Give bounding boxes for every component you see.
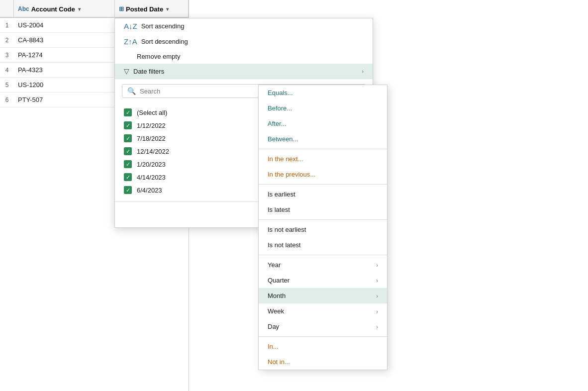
submenu-is-not-earliest[interactable]: Is not earliest xyxy=(259,222,387,237)
between-label: Between... xyxy=(268,135,298,143)
checkbox-icon-5: ✓ xyxy=(124,173,132,181)
is-latest-label: Is latest xyxy=(268,206,290,213)
cell-account: PA-4323 xyxy=(14,66,109,74)
day-label: Day xyxy=(268,323,279,330)
year-arrow: › xyxy=(376,262,378,268)
col-header-account-code[interactable]: Abc Account Code ▾ xyxy=(14,0,115,18)
remove-empty-label: Remove empty xyxy=(137,53,180,60)
grid-icon: ⊞ xyxy=(119,5,124,12)
cell-account: CA-8843 xyxy=(14,36,109,44)
submenu-separator-1 xyxy=(259,149,387,149)
table-header: Abc Account Code ▾ ⊞ Posted Date ▾ xyxy=(0,0,189,18)
is-not-latest-label: Is not latest xyxy=(268,241,300,249)
submenu-separator-5 xyxy=(259,336,387,337)
checkbox-label-select-all: (Select all) xyxy=(137,109,167,116)
row-num: 4 xyxy=(0,67,14,74)
row-num: 2 xyxy=(0,37,14,44)
year-label: Year xyxy=(268,261,281,269)
checkbox-icon-4: ✓ xyxy=(124,160,132,168)
after-label: After... xyxy=(268,120,287,127)
submenu-separator-4 xyxy=(259,255,387,255)
is-earliest-label: Is earliest xyxy=(268,191,295,198)
checkbox-icon-6: ✓ xyxy=(124,186,132,194)
date-filters-submenu: Equals... Before... After... Between... … xyxy=(258,85,388,370)
checkbox-label-5: 4/14/2023 xyxy=(137,174,166,181)
checkbox-icon-3: ✓ xyxy=(124,147,132,155)
quarter-label: Quarter xyxy=(268,277,290,284)
cell-account: PTY-507 xyxy=(14,96,109,103)
submenu-separator-2 xyxy=(259,184,387,185)
day-arrow: › xyxy=(376,324,378,330)
submenu-between[interactable]: Between... xyxy=(259,131,387,147)
month-label: Month xyxy=(268,292,286,299)
account-code-label: Account Code xyxy=(31,5,75,13)
week-arrow: › xyxy=(376,308,378,314)
posted-date-dropdown[interactable]: ▾ xyxy=(166,6,169,12)
in-prev-label: In the previous... xyxy=(268,171,315,178)
week-label: Week xyxy=(268,307,284,315)
row-num: 3 xyxy=(0,52,14,59)
submenu-week[interactable]: Week › xyxy=(259,303,387,319)
checkbox-icon-1: ✓ xyxy=(124,121,132,129)
checkbox-label-2: 7/18/2022 xyxy=(137,135,166,142)
submenu-year[interactable]: Year › xyxy=(259,257,387,273)
sort-ascending-label: Sort ascending xyxy=(141,22,185,30)
equals-label: Equals... xyxy=(268,89,293,97)
submenu-after[interactable]: After... xyxy=(259,116,387,131)
in-label: In... xyxy=(268,343,279,350)
date-filters-label: Date filters xyxy=(133,68,164,75)
sort-asc-icon: A↓Z xyxy=(124,22,137,30)
in-next-label: In the next... xyxy=(268,155,303,163)
is-not-earliest-label: Is not earliest xyxy=(268,226,306,233)
submenu-is-not-latest[interactable]: Is not latest xyxy=(259,237,387,253)
submenu-quarter[interactable]: Quarter › xyxy=(259,273,387,288)
checkbox-label-3: 12/14/2022 xyxy=(137,148,169,155)
submenu-is-earliest[interactable]: Is earliest xyxy=(259,187,387,202)
not-in-label: Not in... xyxy=(268,358,290,366)
row-num: 5 xyxy=(0,82,14,89)
submenu-separator-3 xyxy=(259,219,387,220)
row-num: 6 xyxy=(0,97,14,103)
remove-empty-item[interactable]: Remove empty xyxy=(115,49,373,64)
abc-icon: Abc xyxy=(18,5,29,12)
checkbox-icon-2: ✓ xyxy=(124,134,132,142)
submenu-in-prev[interactable]: In the previous... xyxy=(259,167,387,182)
date-filter-icon: ▽ xyxy=(124,67,129,75)
submenu-before[interactable]: Before... xyxy=(259,100,387,116)
date-filters-arrow: › xyxy=(362,68,364,74)
checkbox-label-1: 1/12/2022 xyxy=(137,122,166,129)
search-icon: 🔍 xyxy=(127,87,136,95)
quarter-arrow: › xyxy=(376,278,378,284)
sort-descending-label: Sort descending xyxy=(141,38,188,45)
submenu-month[interactable]: Month › xyxy=(259,288,387,303)
submenu-not-in[interactable]: Not in... xyxy=(259,354,387,370)
checkbox-label-6: 6/4/2023 xyxy=(137,187,162,194)
submenu-in-next[interactable]: In the next... xyxy=(259,151,387,167)
cell-account: US-1200 xyxy=(14,81,109,89)
before-label: Before... xyxy=(268,104,292,112)
submenu-in[interactable]: In... xyxy=(259,339,387,354)
checkbox-icon-select-all: ✓ xyxy=(124,108,132,116)
account-code-dropdown[interactable]: ▾ xyxy=(78,6,81,12)
cell-account: PA-1274 xyxy=(14,51,109,59)
row-num: 1 xyxy=(0,22,14,29)
sort-ascending-item[interactable]: A↓Z Sort ascending xyxy=(115,18,373,34)
submenu-is-latest[interactable]: Is latest xyxy=(259,202,387,217)
month-arrow: › xyxy=(376,293,378,299)
posted-date-label: Posted Date xyxy=(126,5,163,13)
checkbox-label-4: 1/20/2023 xyxy=(137,161,166,168)
sort-desc-icon: Z↑A xyxy=(124,37,137,46)
date-filters-item[interactable]: ▽ Date filters › xyxy=(115,64,373,79)
submenu-equals[interactable]: Equals... xyxy=(259,85,387,100)
submenu-day[interactable]: Day › xyxy=(259,319,387,334)
col-header-posted-date[interactable]: ⊞ Posted Date ▾ xyxy=(115,0,189,18)
sort-descending-item[interactable]: Z↑A Sort descending xyxy=(115,34,373,49)
cell-account: US-2004 xyxy=(14,21,109,29)
